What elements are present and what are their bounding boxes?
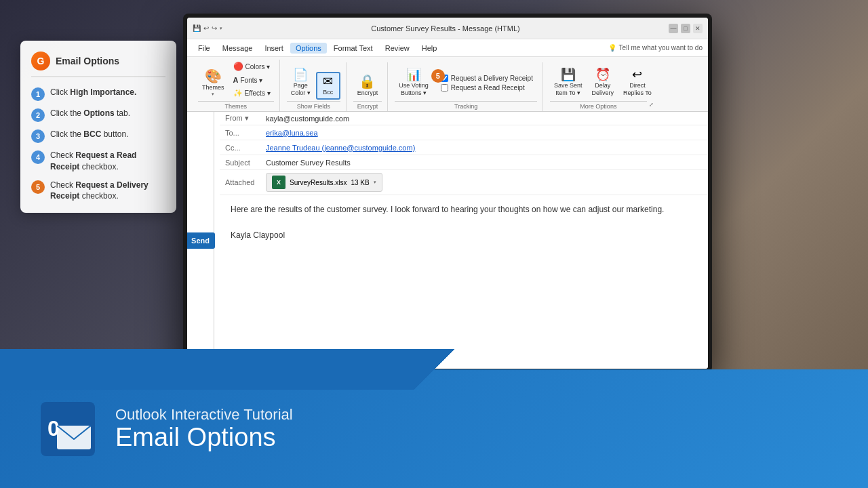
page-color-button[interactable]: 📄 PageColor ▾ — [287, 66, 315, 100]
voting-icon: 📊 — [406, 68, 421, 81]
attachment-dropdown-icon[interactable]: ▾ — [374, 180, 376, 185]
from-row: From ▾ kayla@customguide.com — [220, 112, 708, 125]
subject-row: Subject Customer Survey Results — [220, 155, 708, 170]
ribbon: 🎨 Themes ▾ 🔴 Colors ▾ A Fonts ▾ — [187, 57, 708, 112]
menu-insert[interactable]: Insert — [259, 43, 289, 54]
panel-logo: G — [31, 52, 50, 70]
themes-buttons: 🎨 Themes ▾ 🔴 Colors ▾ A Fonts ▾ — [198, 60, 274, 100]
subject-value[interactable]: Customer Survey Results — [266, 159, 703, 167]
step-item-2: 2 Click the Options tab. — [31, 108, 165, 122]
send-button[interactable]: Send — [187, 232, 215, 249]
delivery-receipt-label: Request a Delivery Receipt — [451, 75, 533, 82]
cc-label[interactable]: Cc... — [225, 144, 266, 152]
encrypt-button[interactable]: 🔒 Encrypt — [353, 72, 382, 100]
subject-label: Subject — [225, 159, 266, 167]
footer-bar: 0 Outlook Interactive Tutorial Email Opt… — [0, 369, 868, 488]
themes-button[interactable]: 🎨 Themes ▾ — [198, 66, 229, 100]
direct-replies-icon: ↩ — [632, 68, 642, 81]
colors-label: Colors ▾ — [245, 63, 271, 70]
effects-icon: ✨ — [233, 89, 243, 98]
page-color-label: PageColor ▾ — [291, 82, 311, 97]
save-sent-icon: 💾 — [561, 68, 576, 81]
footer-text: Outlook Interactive Tutorial Email Optio… — [115, 406, 293, 452]
step-item-5: 5 Check Request a DeliveryReceipt checkb… — [31, 180, 165, 203]
step-num-4: 4 — [31, 150, 45, 164]
save-sent-label: Save SentItem To ▾ — [554, 82, 583, 97]
fonts-button[interactable]: A Fonts ▾ — [230, 74, 274, 86]
save-sent-button[interactable]: 💾 Save SentItem To ▾ — [550, 66, 587, 100]
step-num-5: 5 — [31, 180, 45, 194]
page-color-icon: 📄 — [293, 68, 308, 81]
menu-message[interactable]: Message — [217, 43, 258, 54]
ribbon-group-themes: 🎨 Themes ▾ 🔴 Colors ▾ A Fonts ▾ — [193, 60, 280, 111]
footer-subtitle: Outlook Interactive Tutorial — [115, 406, 293, 424]
step-text-1: Click High Importance. — [50, 87, 136, 98]
themes-dropdown-icon: ▾ — [212, 92, 214, 97]
fonts-icon: A — [233, 76, 239, 84]
encrypt-group-label: Encrypt — [353, 101, 382, 110]
tell-me-area[interactable]: 💡 Tell me what you want to do — [608, 44, 703, 52]
attachment-row: Attached X SurveyResults.xlsx 13 KB ▾ — [220, 170, 708, 195]
step-list: 1 Click High Importance. 2 Click the Opt… — [31, 87, 165, 202]
effects-label: Effects ▾ — [245, 89, 271, 97]
tracking-group-label: Tracking — [395, 101, 537, 110]
panel-header: G Email Options — [31, 52, 165, 77]
ribbon-group-show-fields: 📄 PageColor ▾ ✉ Bcc Show Fields — [281, 62, 347, 111]
close-button[interactable]: ✕ — [693, 24, 703, 33]
encrypt-buttons: 🔒 Encrypt — [353, 72, 382, 100]
ribbon-group-tracking: 📊 Use VotingButtons ▾ 5 Request a Delive… — [389, 62, 543, 111]
window-title: Customer Survey Results - Message (HTML) — [222, 24, 669, 33]
undo-icon[interactable]: ↩ — [203, 24, 209, 32]
attachment-chip[interactable]: X SurveyResults.xlsx 13 KB ▾ — [266, 173, 382, 192]
menu-bar: File Message Insert Options Format Text … — [187, 39, 708, 57]
maximize-button[interactable]: □ — [681, 24, 690, 33]
lightbulb-icon: 💡 — [608, 44, 616, 52]
menu-review[interactable]: Review — [380, 43, 415, 54]
menu-file[interactable]: File — [193, 43, 216, 54]
ribbon-group-more-options: 💾 Save SentItem To ▾ ⏰ DelayDelivery ↩ D… — [545, 62, 661, 111]
step-text-5: Check Request a DeliveryReceipt checkbox… — [50, 180, 149, 203]
direct-replies-label: DirectReplies To — [623, 82, 652, 97]
step-5-badge: 5 — [431, 69, 445, 83]
panel-title: Email Options — [56, 56, 119, 66]
effects-button[interactable]: ✨ Effects ▾ — [230, 87, 274, 100]
ribbon-group-encrypt: 🔒 Encrypt Encrypt — [348, 62, 389, 111]
window-controls: — □ ✕ — [669, 24, 703, 33]
encrypt-icon: 🔒 — [359, 75, 376, 88]
cc-value: Jeanne Trudeau (jeanne@customguide.com) — [266, 144, 703, 152]
cc-email-link[interactable]: Jeanne Trudeau (jeanne@customguide.com) — [266, 144, 415, 152]
use-voting-button[interactable]: 📊 Use VotingButtons ▾ — [395, 66, 433, 100]
read-receipt-label: Request a Read Receipt — [451, 84, 525, 92]
body-text: Here are the results of the customer sur… — [231, 203, 697, 216]
step-text-2: Click the Options tab. — [50, 108, 130, 119]
excel-icon: X — [272, 176, 285, 189]
minimize-button[interactable]: — — [669, 24, 678, 33]
more-options-buttons: 💾 Save SentItem To ▾ ⏰ DelayDelivery ↩ D… — [550, 66, 656, 100]
email-body: Here are the results of the customer sur… — [220, 195, 708, 251]
outlook-logo: 0 — [41, 402, 95, 456]
read-receipt-checkbox-label[interactable]: Request a Read Receipt — [441, 84, 533, 92]
read-receipt-checkbox[interactable] — [441, 84, 448, 92]
to-value: erika@luna.sea — [266, 129, 703, 137]
colors-button[interactable]: 🔴 Colors ▾ — [230, 60, 274, 73]
signature: Kayla Claypool — [231, 229, 697, 242]
save-icon[interactable]: 💾 — [193, 24, 201, 32]
delivery-receipt-checkbox-label[interactable]: Request a Delivery Receipt — [441, 75, 533, 82]
quick-access-toolbar: 💾 ↩ ↪ ▾ — [193, 24, 222, 32]
direct-replies-button[interactable]: ↩ DirectReplies To — [619, 66, 656, 100]
fonts-label: Fonts ▾ — [240, 77, 262, 84]
outlook-icon-bg: 0 — [41, 402, 95, 456]
step-num-3: 3 — [31, 129, 45, 143]
redo-icon[interactable]: ↪ — [212, 24, 217, 32]
bcc-button[interactable]: ✉ Bcc — [316, 72, 340, 100]
menu-help[interactable]: Help — [416, 43, 443, 54]
menu-format-text[interactable]: Format Text — [328, 43, 378, 54]
step-text-4: Check Request a ReadReceipt checkbox. — [50, 150, 136, 173]
menu-options[interactable]: Options — [290, 43, 327, 54]
to-email-link[interactable]: erika@luna.sea — [266, 129, 318, 137]
delay-delivery-button[interactable]: ⏰ DelayDelivery — [587, 66, 618, 100]
more-options-expand-icon[interactable]: ⤢ — [647, 101, 656, 108]
title-bar: 💾 ↩ ↪ ▾ Customer Survey Results - Messag… — [187, 18, 708, 39]
to-label[interactable]: To... — [225, 129, 266, 137]
voting-label: Use VotingButtons ▾ — [399, 82, 429, 97]
